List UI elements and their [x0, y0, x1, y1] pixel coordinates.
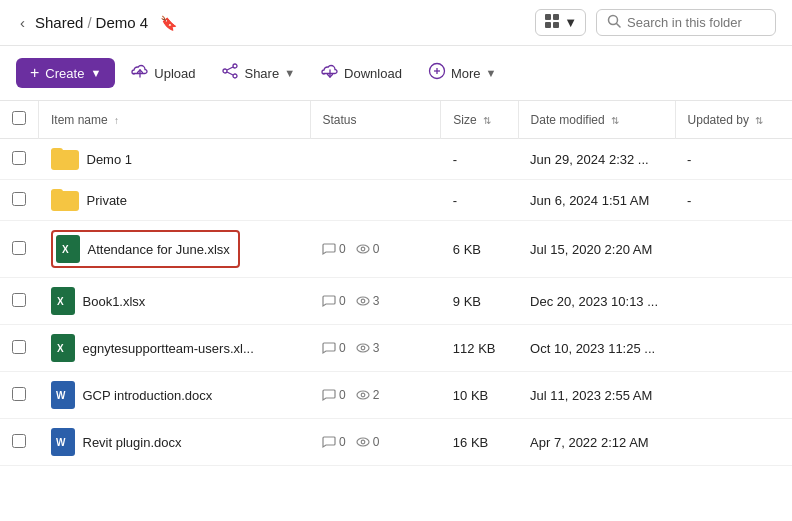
row-updated-by-cell [675, 221, 792, 278]
breadcrumb-separator: / [87, 14, 91, 31]
header-updated-by[interactable]: Updated by ⇅ [675, 101, 792, 139]
svg-text:X: X [57, 343, 64, 354]
row-name-cell[interactable]: W Revit plugin.docx [39, 419, 311, 466]
svg-text:W: W [56, 437, 66, 448]
upload-label: Upload [154, 66, 195, 81]
file-name[interactable]: Revit plugin.docx [83, 435, 182, 450]
create-button[interactable]: + Create ▼ [16, 58, 115, 88]
back-button[interactable]: ‹ [16, 12, 29, 33]
file-name[interactable]: egnytesupportteam-users.xl... [83, 341, 254, 356]
row-size-cell: 112 KB [441, 325, 518, 372]
search-box[interactable] [596, 9, 776, 36]
row-checkbox[interactable] [12, 151, 26, 165]
share-label: Share [244, 66, 279, 81]
folder-icon [51, 148, 79, 170]
row-date-cell: Jul 11, 2023 2:55 AM [518, 372, 675, 419]
row-updated-by-cell [675, 372, 792, 419]
more-chevron: ▼ [486, 67, 497, 79]
svg-point-18 [361, 247, 365, 251]
row-checkbox-cell [0, 221, 39, 278]
excel-icon: X [51, 287, 75, 315]
table-row: W Revit plugin.docx 0 0 16 KBApr 7, 2022… [0, 419, 792, 466]
comment-count: 0 [322, 435, 346, 449]
size-sort-icon: ⇅ [483, 115, 491, 126]
row-date-cell: Dec 20, 2023 10:13 ... [518, 278, 675, 325]
folder-icon [51, 189, 79, 211]
row-updated-by-cell [675, 325, 792, 372]
date-sort-icon: ⇅ [611, 115, 619, 126]
file-name[interactable]: Book1.xlsx [83, 294, 146, 309]
word-icon: W [51, 428, 75, 456]
row-date-cell: Jun 6, 2024 1:51 AM [518, 180, 675, 221]
row-size-cell: 6 KB [441, 221, 518, 278]
header-date-label: Date modified [531, 113, 605, 127]
view-count: 2 [356, 388, 380, 402]
file-row-name: X egnytesupportteam-users.xl... [51, 334, 299, 362]
share-icon [221, 62, 239, 84]
row-checkbox-cell [0, 419, 39, 466]
header-left: ‹ Shared / Demo 4 🔖 [16, 12, 177, 33]
row-checkbox-cell [0, 372, 39, 419]
upload-button[interactable]: Upload [121, 56, 205, 90]
more-button[interactable]: More ▼ [418, 56, 507, 90]
search-input[interactable] [627, 15, 765, 30]
row-name-cell[interactable]: Private [39, 180, 311, 221]
header-right: ▼ [535, 9, 776, 36]
row-status-cell: 0 0 [310, 419, 441, 466]
word-icon: W [51, 381, 75, 409]
row-checkbox[interactable] [12, 340, 26, 354]
row-checkbox[interactable] [12, 434, 26, 448]
row-checkbox[interactable] [12, 293, 26, 307]
row-checkbox-cell [0, 139, 39, 180]
table-row: Demo 1-Jun 29, 2024 2:32 ...- [0, 139, 792, 180]
row-checkbox-cell [0, 278, 39, 325]
row-size-cell: - [441, 180, 518, 221]
comment-count: 0 [322, 388, 346, 402]
row-checkbox[interactable] [12, 241, 26, 255]
svg-point-29 [357, 438, 369, 446]
share-chevron: ▼ [284, 67, 295, 79]
header-name[interactable]: Item name ↑ [39, 101, 311, 139]
row-updated-by-cell [675, 419, 792, 466]
row-date-cell: Jun 29, 2024 2:32 ... [518, 139, 675, 180]
file-name[interactable]: GCP introduction.docx [83, 388, 213, 403]
file-name[interactable]: Demo 1 [87, 152, 133, 167]
row-checkbox[interactable] [12, 192, 26, 206]
header: ‹ Shared / Demo 4 🔖 ▼ [0, 0, 792, 46]
row-status-cell [310, 180, 441, 221]
view-toggle-button[interactable]: ▼ [535, 9, 586, 36]
breadcrumb: Shared / Demo 4 [35, 14, 148, 31]
row-name-cell[interactable]: X Attendance for June.xlsx [39, 221, 311, 278]
header-size[interactable]: Size ⇅ [441, 101, 518, 139]
row-date-cell: Apr 7, 2022 2:12 AM [518, 419, 675, 466]
breadcrumb-current[interactable]: Demo 4 [96, 14, 149, 31]
create-label: Create [45, 66, 84, 81]
table-row: W GCP introduction.docx 0 2 10 KBJul 11,… [0, 372, 792, 419]
row-checkbox-cell [0, 325, 39, 372]
table-row: X Book1.xlsx 0 3 9 KBDec 20, 2023 10:13 … [0, 278, 792, 325]
name-sort-icon: ↑ [114, 115, 119, 126]
file-name[interactable]: Private [87, 193, 127, 208]
file-name[interactable]: Attendance for June.xlsx [88, 242, 230, 257]
row-name-cell[interactable]: X Book1.xlsx [39, 278, 311, 325]
bookmark-icon[interactable]: 🔖 [160, 15, 177, 31]
comment-count: 0 [322, 341, 346, 355]
select-all-checkbox[interactable] [12, 111, 26, 125]
download-label: Download [344, 66, 402, 81]
toolbar: + Create ▼ Upload Share ▼ [0, 46, 792, 101]
breadcrumb-parent[interactable]: Shared [35, 14, 83, 31]
grid-icon [544, 13, 560, 32]
row-checkbox[interactable] [12, 387, 26, 401]
row-updated-by-cell: - [675, 180, 792, 221]
header-size-label: Size [453, 113, 476, 127]
row-name-cell[interactable]: W GCP introduction.docx [39, 372, 311, 419]
row-size-cell: - [441, 139, 518, 180]
share-button[interactable]: Share ▼ [211, 56, 305, 90]
row-status-cell [310, 139, 441, 180]
header-date[interactable]: Date modified ⇅ [518, 101, 675, 139]
row-name-cell[interactable]: X egnytesupportteam-users.xl... [39, 325, 311, 372]
header-updated-by-label: Updated by [688, 113, 749, 127]
row-name-cell[interactable]: Demo 1 [39, 139, 311, 180]
header-status[interactable]: Status [310, 101, 441, 139]
download-button[interactable]: Download [311, 56, 412, 90]
